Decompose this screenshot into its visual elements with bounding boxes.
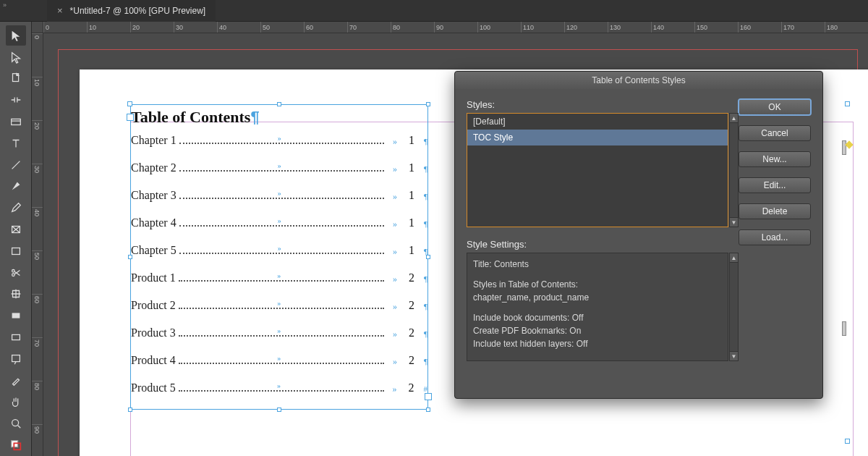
ruler-tick: 80 bbox=[32, 381, 43, 424]
toc-entry-page: 1 bbox=[409, 216, 423, 229]
style-settings-box: Title: ContentsStyles in Table of Conten… bbox=[467, 253, 728, 361]
gap-tool-icon[interactable] bbox=[6, 90, 26, 110]
hand-tool-icon[interactable] bbox=[6, 392, 26, 413]
paragraph-mark-icon: ¶ bbox=[424, 137, 427, 145]
pencil-tool-icon[interactable] bbox=[6, 198, 26, 218]
toc-entry-label: Chapter 4 bbox=[131, 216, 176, 229]
frame-handle[interactable] bbox=[128, 408, 132, 412]
content-collector-tool-icon[interactable] bbox=[6, 111, 26, 132]
toc-leader-dots: » bbox=[179, 218, 384, 227]
selection-corner-icon[interactable] bbox=[845, 101, 850, 106]
svg-rect-10 bbox=[11, 441, 17, 447]
gradient-feather-tool-icon[interactable] bbox=[6, 327, 26, 347]
scissors-tool-icon[interactable] bbox=[6, 263, 26, 283]
tab-mark-icon: » bbox=[277, 299, 281, 307]
toc-entry-label: Chapter 5 bbox=[131, 244, 176, 257]
frame-handle[interactable] bbox=[277, 408, 281, 412]
toc-text-frame[interactable]: Table of Contents¶ Chapter 1»»1¶Chapter … bbox=[130, 104, 428, 410]
note-tool-icon[interactable] bbox=[6, 349, 26, 369]
paragraph-mark-icon: ¶ bbox=[424, 192, 427, 200]
paragraph-mark-icon: # bbox=[424, 384, 428, 393]
page-tool-icon[interactable] bbox=[6, 69, 26, 89]
paragraph-mark-icon: ¶ bbox=[424, 357, 427, 366]
ruler-tick: 70 bbox=[347, 22, 391, 33]
selection-corner-icon[interactable] bbox=[845, 439, 850, 444]
free-transform-tool-icon[interactable] bbox=[6, 284, 26, 305]
pen-tool-icon[interactable] bbox=[6, 177, 26, 197]
scroll-down-icon[interactable]: ▼ bbox=[730, 351, 738, 360]
edit-button[interactable]: Edit... bbox=[739, 177, 811, 193]
rectangle-frame-tool-icon[interactable] bbox=[6, 219, 26, 240]
settings-scrollbar[interactable]: ▲ ▼ bbox=[729, 253, 739, 361]
style-list-item[interactable]: [Default] bbox=[467, 114, 728, 130]
scroll-up-icon[interactable]: ▲ bbox=[730, 114, 738, 123]
toc-entry-page: 1 bbox=[409, 189, 423, 202]
toc-leader-dots: » bbox=[179, 190, 384, 199]
document-tab-title: *Untitled-7 @ 100% [GPU Preview] bbox=[70, 6, 206, 16]
close-tab-icon[interactable]: × bbox=[57, 5, 63, 16]
toc-entry: Product 5»»2# bbox=[131, 381, 427, 409]
toc-title: Table of Contents¶ bbox=[131, 105, 427, 134]
vertical-ruler[interactable]: 0102030405060708090 bbox=[32, 33, 43, 456]
column-guide-handle[interactable] bbox=[842, 140, 846, 155]
toc-entry-label: Product 1 bbox=[131, 271, 176, 284]
delete-button[interactable]: Delete bbox=[739, 203, 811, 219]
frame-handle[interactable] bbox=[426, 102, 430, 106]
toc-leader-dots: » bbox=[179, 245, 384, 254]
cancel-button[interactable]: Cancel bbox=[739, 125, 811, 141]
column-guide-handle[interactable] bbox=[842, 321, 846, 336]
settings-line: Include book documents: Off bbox=[473, 311, 722, 324]
tools-panel bbox=[0, 22, 32, 456]
styles-listbox[interactable]: [Default]TOC Style bbox=[467, 113, 728, 227]
toc-entry-page: 2 bbox=[409, 381, 423, 394]
rectangle-tool-icon[interactable] bbox=[6, 241, 26, 261]
fill-stroke-icon[interactable] bbox=[6, 435, 26, 455]
ruler-tick: 40 bbox=[217, 22, 260, 33]
tab-mark-icon: » bbox=[393, 301, 397, 312]
svg-rect-8 bbox=[12, 355, 20, 361]
ruler-tick: 20 bbox=[130, 22, 174, 33]
ok-button[interactable]: OK bbox=[739, 99, 811, 115]
frame-handle[interactable] bbox=[128, 255, 132, 259]
style-list-item[interactable]: TOC Style bbox=[467, 130, 728, 145]
tab-mark-icon: » bbox=[393, 246, 397, 257]
toc-entry-page: 1 bbox=[409, 244, 423, 257]
ruler-tick: 80 bbox=[391, 22, 434, 33]
in-port-icon[interactable] bbox=[127, 114, 134, 121]
new-button[interactable]: New... bbox=[739, 151, 811, 167]
direct-selection-tool-icon[interactable] bbox=[6, 47, 26, 67]
frame-handle[interactable] bbox=[426, 408, 430, 412]
scroll-up-icon[interactable]: ▲ bbox=[730, 253, 738, 263]
tab-mark-icon: » bbox=[393, 219, 397, 229]
dialog-title: Table of Contents Styles bbox=[455, 72, 822, 89]
frame-handle[interactable] bbox=[277, 102, 281, 106]
ruler-tick: 180 bbox=[825, 22, 868, 33]
out-port-icon[interactable] bbox=[425, 393, 432, 400]
line-tool-icon[interactable] bbox=[6, 155, 26, 175]
scroll-down-icon[interactable]: ▼ bbox=[730, 217, 738, 227]
toc-leader-dots: » bbox=[179, 355, 384, 364]
expand-chevrons-icon[interactable]: » bbox=[0, 0, 7, 21]
horizontal-ruler[interactable]: 0102030405060708090100110120130140150160… bbox=[43, 22, 868, 33]
type-tool-icon[interactable] bbox=[6, 133, 26, 153]
tab-mark-icon: » bbox=[278, 216, 281, 224]
paragraph-mark-icon: ¶ bbox=[424, 329, 427, 338]
style-settings-label: Style Settings: bbox=[467, 239, 728, 250]
toc-entry-label: Chapter 1 bbox=[131, 134, 176, 147]
ruler-origin[interactable] bbox=[32, 22, 43, 33]
gradient-swatch-tool-icon[interactable] bbox=[6, 305, 26, 326]
zoom-tool-icon[interactable] bbox=[6, 413, 26, 434]
load-button[interactable]: Load... bbox=[739, 229, 811, 245]
tab-mark-icon: » bbox=[277, 381, 281, 389]
toc-entry: Chapter 5»»1¶ bbox=[131, 244, 427, 271]
styles-label: Styles: bbox=[467, 99, 728, 110]
selection-corner-icon[interactable] bbox=[127, 101, 132, 106]
toc-leader-dots: » bbox=[179, 328, 384, 337]
selection-tool-icon[interactable] bbox=[6, 25, 26, 46]
document-tab[interactable]: × *Untitled-7 @ 100% [GPU Preview] bbox=[47, 0, 216, 22]
ruler-tick: 50 bbox=[32, 250, 43, 294]
ruler-tick: 130 bbox=[608, 22, 651, 33]
listbox-scrollbar[interactable]: ▲ ▼ bbox=[729, 113, 739, 227]
eyedropper-tool-icon[interactable] bbox=[6, 371, 26, 391]
frame-handle[interactable] bbox=[426, 255, 430, 259]
